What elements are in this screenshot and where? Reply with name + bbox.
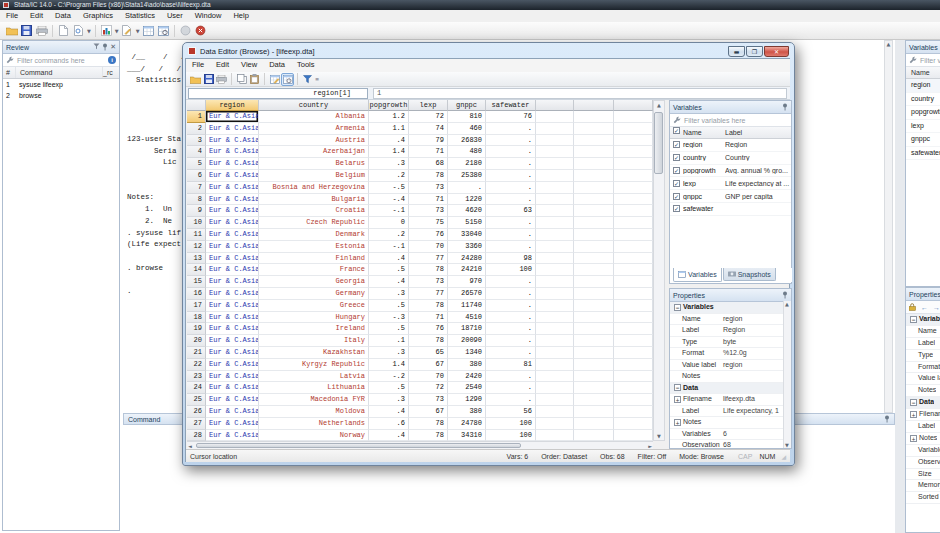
cell-empty[interactable] xyxy=(536,288,574,300)
cell-region[interactable]: Eur & C.Asia xyxy=(206,418,259,430)
column-header-empty[interactable] xyxy=(614,100,653,111)
checkbox-checked-icon[interactable]: ✓ xyxy=(673,193,680,200)
cell-lexp[interactable]: 71 xyxy=(409,146,448,158)
row-number-20[interactable]: 20 xyxy=(187,335,206,347)
property-row-variables[interactable]: Variables6 xyxy=(670,429,784,441)
cell-gnppc[interactable]: 24780 xyxy=(448,418,486,430)
cell-gnppc[interactable]: 1290 xyxy=(448,394,486,406)
data-browser-icon[interactable] xyxy=(156,23,171,38)
cell-lexp[interactable]: 70 xyxy=(409,371,448,383)
cell-gnppc[interactable]: 380 xyxy=(448,406,486,418)
cell-popgrowth[interactable]: .5 xyxy=(369,323,409,335)
cell-gnppc[interactable]: . xyxy=(448,182,486,194)
cell-lexp[interactable]: 67 xyxy=(409,406,448,418)
column-header-gnppc[interactable]: gnppc xyxy=(448,100,486,111)
property-row-variables[interactable]: Variables xyxy=(906,445,940,457)
cell-region[interactable]: Eur & C.Asia xyxy=(206,123,259,135)
edit-mode-icon[interactable] xyxy=(268,73,281,86)
cell-safewater[interactable]: . xyxy=(486,135,536,147)
cell-empty[interactable] xyxy=(536,123,574,135)
cell-gnppc[interactable]: 970 xyxy=(448,276,486,288)
cell-country[interactable]: Ireland xyxy=(259,323,369,335)
cell-empty[interactable] xyxy=(614,123,653,135)
next-arrow-icon[interactable]: → xyxy=(933,304,940,311)
cell-safewater[interactable]: . xyxy=(486,323,536,335)
log-icon[interactable] xyxy=(56,23,71,38)
viewer-icon[interactable] xyxy=(71,23,86,38)
column-header-empty[interactable] xyxy=(574,100,614,111)
editor-menu-item-data[interactable]: Data xyxy=(263,59,291,72)
cell-gnppc[interactable]: 25380 xyxy=(448,170,486,182)
cell-popgrowth[interactable]: .4 xyxy=(369,253,409,265)
cell-safewater[interactable]: . xyxy=(486,194,536,206)
row-number-27[interactable]: 27 xyxy=(187,418,206,430)
review-filter-input[interactable]: Filter commands here i xyxy=(3,54,119,67)
save-icon[interactable] xyxy=(19,23,34,38)
cell-empty[interactable] xyxy=(574,182,614,194)
cell-region[interactable]: Eur & C.Asia xyxy=(206,241,259,253)
cell-lexp[interactable]: 78 xyxy=(409,170,448,182)
cell-lexp[interactable]: 67 xyxy=(409,359,448,371)
cell-lexp[interactable]: 78 xyxy=(409,300,448,312)
cell-country[interactable]: Croatia xyxy=(259,205,369,217)
cell-region[interactable]: Eur & C.Asia xyxy=(206,323,259,335)
row-number-11[interactable]: 11 xyxy=(187,229,206,241)
cell-gnppc[interactable]: 18710 xyxy=(448,323,486,335)
row-number-19[interactable]: 19 xyxy=(187,323,206,335)
cell-region[interactable]: Eur & C.Asia xyxy=(206,394,259,406)
cell-safewater[interactable]: . xyxy=(486,335,536,347)
cell-region[interactable]: Eur & C.Asia xyxy=(206,288,259,300)
cell-empty[interactable] xyxy=(614,347,653,359)
cell-empty[interactable] xyxy=(574,229,614,241)
cell-lexp[interactable]: 75 xyxy=(409,217,448,229)
cell-empty[interactable] xyxy=(574,146,614,158)
property-row-type[interactable]: Typebyte xyxy=(670,337,784,349)
cell-region[interactable]: Eur & C.Asia xyxy=(206,217,259,229)
cell-region[interactable]: Eur & C.Asia xyxy=(206,158,259,170)
cell-gnppc[interactable]: 33040 xyxy=(448,229,486,241)
cell-empty[interactable] xyxy=(536,394,574,406)
cell-empty[interactable] xyxy=(614,264,653,276)
cell-popgrowth[interactable]: -.4 xyxy=(369,194,409,206)
copy-icon[interactable] xyxy=(235,73,248,86)
cell-empty[interactable] xyxy=(574,217,614,229)
cell-country[interactable]: Norway xyxy=(259,430,369,442)
cell-popgrowth[interactable]: .3 xyxy=(369,347,409,359)
review-row[interactable]: 1sysuse lifeexp xyxy=(3,79,119,90)
cell-safewater[interactable]: 81 xyxy=(486,359,536,371)
cell-lexp[interactable]: 68 xyxy=(409,158,448,170)
cell-country[interactable]: Finland xyxy=(259,253,369,265)
cell-empty[interactable] xyxy=(536,253,574,265)
scrollbar-thumb[interactable] xyxy=(196,443,521,448)
cell-country[interactable]: Italy xyxy=(259,335,369,347)
cell-empty[interactable] xyxy=(574,264,614,276)
cell-empty[interactable] xyxy=(574,418,614,430)
scroll-down-icon[interactable]: ▼ xyxy=(654,433,664,439)
row-number-15[interactable]: 15 xyxy=(187,276,206,288)
break-icon[interactable] xyxy=(193,23,208,38)
cell-empty[interactable] xyxy=(536,312,574,324)
cell-gnppc[interactable]: 34310 xyxy=(448,430,486,442)
cell-empty[interactable] xyxy=(536,217,574,229)
cell-region[interactable]: Eur & C.Asia xyxy=(206,111,259,123)
cell-empty[interactable] xyxy=(536,146,574,158)
editor-variable-row-country[interactable]: ✓countryCountry xyxy=(670,152,791,165)
cell-country[interactable]: Belarus xyxy=(259,158,369,170)
menu-item-statistics[interactable]: Statistics xyxy=(119,10,161,22)
cell-region[interactable]: Eur & C.Asia xyxy=(206,229,259,241)
cell-empty[interactable] xyxy=(614,371,653,383)
cell-empty[interactable] xyxy=(614,229,653,241)
review-col-command[interactable]: Command xyxy=(15,67,103,78)
grid-vertical-scrollbar[interactable]: ▲ ▼ xyxy=(653,100,665,441)
cell-region[interactable]: Eur & C.Asia xyxy=(206,406,259,418)
scroll-up-icon[interactable]: ▲ xyxy=(654,102,664,108)
row-number-8[interactable]: 8 xyxy=(187,194,206,206)
cell-popgrowth[interactable]: .5 xyxy=(369,300,409,312)
lock-icon[interactable] xyxy=(909,303,916,312)
property-row-label[interactable]: Label xyxy=(906,338,940,350)
scroll-up-icon[interactable]: ▲ xyxy=(784,301,790,307)
cell-country[interactable]: Kazakhstan xyxy=(259,347,369,359)
cell-value-box[interactable]: 1 xyxy=(373,88,787,99)
select-all-checkbox[interactable]: ✓ xyxy=(673,127,680,134)
property-row-memory[interactable]: Memory xyxy=(906,480,940,492)
